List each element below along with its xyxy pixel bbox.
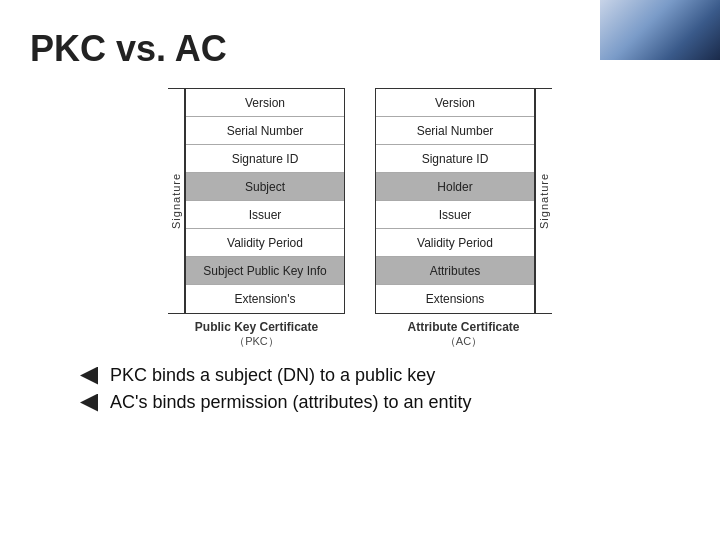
ac-row: Validity Period — [376, 229, 534, 257]
page-title: PKC vs. AC — [30, 28, 690, 70]
pkc-row: Subject Public Key Info — [186, 257, 344, 285]
pkc-row: Signature ID — [186, 145, 344, 173]
pkc-label: Public Key Certificate （PKC） — [195, 320, 318, 349]
bullet-item: PKC binds a subject (DN) to a public key — [80, 365, 690, 386]
ac-wrapper: VersionSerial NumberSignature IDHolderIs… — [375, 88, 552, 349]
pkc-row: Validity Period — [186, 229, 344, 257]
pkc-row: Version — [186, 89, 344, 117]
ac-row: Holder — [376, 173, 534, 201]
bullet-text: AC's binds permission (attributes) to an… — [110, 392, 472, 413]
ac-row: Attributes — [376, 257, 534, 285]
ac-row: Extensions — [376, 285, 534, 313]
ac-row: Signature ID — [376, 145, 534, 173]
bullet-icon — [80, 367, 98, 385]
bullet-text: PKC binds a subject (DN) to a public key — [110, 365, 435, 386]
pkc-block: Signature VersionSerial NumberSignature … — [168, 88, 345, 314]
ac-row: Serial Number — [376, 117, 534, 145]
ac-block: VersionSerial NumberSignature IDHolderIs… — [375, 88, 552, 314]
page: PKC vs. AC Signature VersionSerial Numbe… — [0, 0, 720, 540]
bullet-points: PKC binds a subject (DN) to a public key… — [80, 365, 690, 413]
pkc-sig-label-left: Signature — [168, 88, 185, 314]
pkc-row: Issuer — [186, 201, 344, 229]
pkc-table: VersionSerial NumberSignature IDSubjectI… — [185, 88, 345, 314]
ac-label-sub: （AC） — [407, 334, 519, 349]
bullet-item: AC's binds permission (attributes) to an… — [80, 392, 690, 413]
ac-table: VersionSerial NumberSignature IDHolderIs… — [375, 88, 535, 314]
pkc-row: Extension's — [186, 285, 344, 313]
pkc-label-sub: （PKC） — [195, 334, 318, 349]
ac-sig-label-right: Signature — [535, 88, 552, 314]
ac-label-main: Attribute Certificate — [407, 320, 519, 334]
ac-label: Attribute Certificate （AC） — [407, 320, 519, 349]
pkc-wrapper: Signature VersionSerial NumberSignature … — [168, 88, 345, 349]
diagram-area: Signature VersionSerial NumberSignature … — [30, 88, 690, 349]
pkc-label-main: Public Key Certificate — [195, 320, 318, 334]
pkc-row: Subject — [186, 173, 344, 201]
ac-row: Version — [376, 89, 534, 117]
pkc-row: Serial Number — [186, 117, 344, 145]
bullet-icon — [80, 394, 98, 412]
ac-row: Issuer — [376, 201, 534, 229]
